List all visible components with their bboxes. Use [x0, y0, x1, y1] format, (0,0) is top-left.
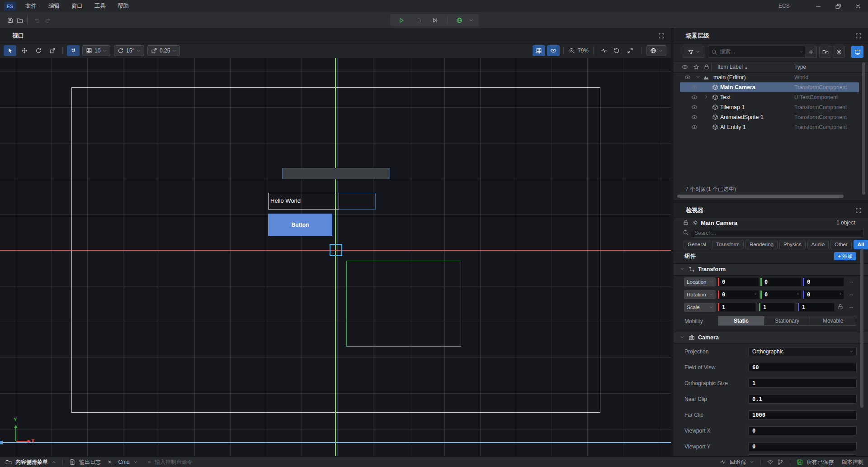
hierarchy-row-world[interactable]: main (Editor) World — [680, 72, 859, 82]
expander-icon[interactable] — [704, 95, 708, 99]
camera-section-header[interactable]: Camera — [674, 332, 868, 344]
panel-maximize-icon[interactable] — [855, 207, 862, 214]
guide-handle[interactable] — [0, 441, 3, 444]
app-logo[interactable]: ES — [4, 2, 16, 10]
zoom-control[interactable]: 79% — [569, 45, 589, 56]
save-status-button[interactable]: 所有已保存 — [807, 458, 834, 466]
lock-inspector-icon[interactable] — [683, 219, 689, 226]
rotation-y-input[interactable]: 0° — [760, 290, 802, 299]
hierarchy-search-input[interactable]: 搜索... — [708, 46, 807, 58]
eye-icon[interactable] — [691, 94, 698, 100]
mobility-stationary[interactable]: Stationary — [764, 316, 811, 325]
menu-help[interactable]: 帮助 — [112, 0, 135, 12]
orthographic-size-input[interactable]: 1 — [748, 379, 857, 388]
uniform-scale-lock-icon[interactable] — [837, 304, 844, 310]
favorite-column-icon[interactable] — [693, 64, 699, 70]
collapse-icon[interactable] — [680, 267, 684, 271]
scene-canvas[interactable]: Hello World Button Y X — [0, 58, 671, 456]
panel-maximize-icon[interactable] — [658, 33, 665, 39]
select-tool-button[interactable] — [4, 45, 16, 56]
tab-transform[interactable]: Transform — [712, 240, 744, 249]
scene-button-entity[interactable]: Button — [268, 214, 332, 236]
rotation-x-input[interactable]: 0° — [717, 290, 759, 299]
selection-origin-box[interactable] — [330, 244, 342, 256]
output-log-button[interactable]: 输出日志 — [79, 458, 101, 466]
undo-button[interactable] — [32, 15, 42, 26]
chevron-down-icon[interactable] — [133, 460, 138, 464]
version-control-button[interactable]: 版本控制 — [842, 458, 863, 466]
mobility-static[interactable]: Static — [718, 316, 764, 325]
menu-file[interactable]: 文件 — [19, 0, 42, 12]
reset-view-button[interactable] — [611, 45, 622, 56]
mobility-movable[interactable]: Movable — [810, 316, 856, 325]
hierarchy-row-main-camera[interactable]: Main Camera TransformComponent — [680, 82, 859, 92]
close-button[interactable] — [848, 0, 868, 12]
location-z-input[interactable]: 0 — [802, 277, 844, 286]
panel-maximize-icon[interactable] — [855, 33, 862, 39]
scale-tool-button[interactable] — [46, 45, 59, 56]
menu-edit[interactable]: 编辑 — [42, 0, 66, 12]
menu-tools[interactable]: 工具 — [89, 0, 112, 12]
scale-x-input[interactable]: 1 — [717, 303, 756, 312]
viewport-y-input[interactable]: 0 — [748, 442, 857, 451]
near-clip-input[interactable]: 0.1 — [748, 395, 857, 404]
expander-icon[interactable] — [696, 75, 700, 79]
menu-window[interactable]: 窗口 — [66, 0, 89, 12]
content-drawer-button[interactable]: 内容侧滑菜单 — [15, 458, 48, 466]
link-axes-icon[interactable]: ↔ — [848, 278, 854, 285]
inspector-vertical-scrollbar[interactable] — [860, 248, 863, 408]
location-x-input[interactable]: 0 — [717, 277, 759, 286]
cmd-dropdown[interactable]: Cmd — [118, 459, 129, 465]
open-folder-button[interactable] — [14, 15, 25, 26]
snap-toggle-button[interactable] — [67, 45, 80, 56]
rotate-tool-button[interactable] — [32, 45, 45, 56]
scale-snap-dropdown[interactable]: 0.25 — [147, 45, 180, 56]
step-button[interactable] — [430, 15, 440, 25]
location-y-input[interactable]: 0 — [760, 277, 802, 286]
horizontal-scrollbar[interactable] — [677, 195, 844, 198]
column-item-label[interactable]: Item Label ▲ — [717, 62, 748, 73]
rotation-mode-dropdown[interactable]: Rotation — [684, 290, 716, 299]
fit-view-button[interactable] — [625, 45, 636, 56]
tab-general[interactable]: General — [684, 240, 710, 249]
gizmo-visibility-toggle[interactable] — [547, 45, 560, 56]
link-axes-icon[interactable]: ↔ — [848, 291, 854, 297]
scene-text-entity[interactable]: Hello World — [268, 193, 376, 210]
trace-dropdown[interactable]: 回追踪 — [730, 458, 746, 466]
hierarchy-settings-button[interactable] — [833, 46, 845, 58]
rotation-z-input[interactable]: 0° — [802, 290, 844, 299]
tab-audio[interactable]: Audio — [807, 240, 829, 249]
add-component-button[interactable]: + 添加 — [834, 252, 856, 260]
world-view-dropdown[interactable] — [646, 45, 666, 56]
inspector-search-input[interactable]: Search... — [691, 229, 864, 238]
output-log-icon[interactable] — [69, 459, 75, 465]
tab-all[interactable]: All — [854, 240, 868, 249]
link-axes-icon[interactable]: ↔ — [848, 303, 854, 310]
minimize-button[interactable] — [808, 0, 828, 12]
scene-region-entity[interactable] — [346, 261, 461, 347]
field-of-view-input[interactable]: 60 — [748, 363, 857, 372]
collapse-icon[interactable] — [680, 335, 684, 339]
globe-run-target-icon[interactable] — [454, 15, 464, 25]
grid-visibility-toggle[interactable] — [533, 45, 545, 56]
projection-select[interactable]: Orthographic — [748, 347, 857, 356]
hierarchy-row-tilemap[interactable]: Tilemap 1 TransformComponent — [680, 102, 859, 112]
display-mode-button[interactable] — [851, 46, 863, 58]
location-mode-dropdown[interactable]: Location — [684, 277, 716, 286]
redo-button[interactable] — [42, 15, 53, 26]
scene-panel-entity[interactable] — [282, 168, 390, 179]
eye-icon[interactable] — [691, 114, 698, 120]
run-target-dropdown[interactable] — [466, 15, 476, 25]
tab-other[interactable]: Other — [830, 240, 852, 249]
source-control-icon[interactable] — [777, 459, 783, 465]
hierarchy-row-ai-entity[interactable]: AI Entity 1 TransformComponent — [680, 122, 859, 132]
visibility-column-icon[interactable] — [682, 64, 688, 70]
eye-icon[interactable] — [691, 84, 698, 91]
hierarchy-row-animatedsprite[interactable]: AnimatedSprite 1 TransformComponent — [680, 112, 859, 122]
content-drawer-icon[interactable] — [5, 459, 12, 465]
console-command-input[interactable]: 输入控制台命令 — [155, 458, 193, 466]
eye-icon[interactable] — [691, 104, 698, 110]
scale-y-input[interactable]: 1 — [759, 303, 795, 312]
network-status-icon[interactable] — [767, 459, 774, 465]
stop-button[interactable] — [414, 15, 424, 25]
